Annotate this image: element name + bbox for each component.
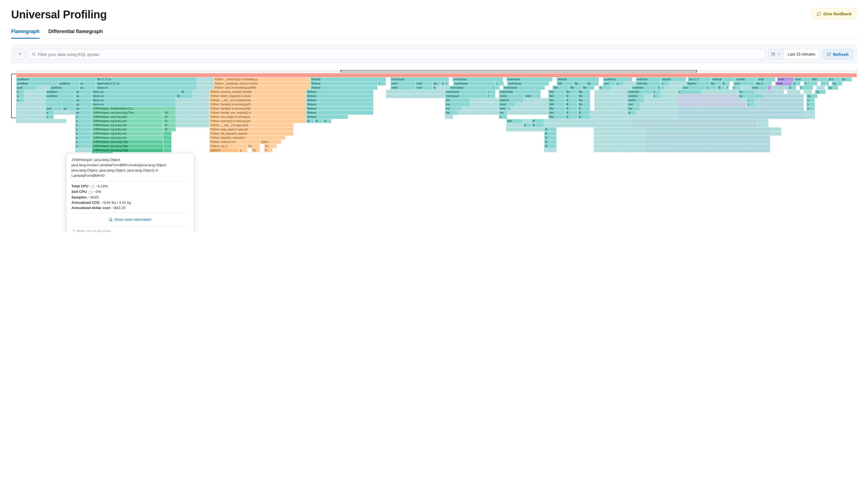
flame-frame[interactable] — [54, 111, 75, 115]
flame-frame[interactable] — [594, 127, 644, 131]
flame-frame[interactable] — [163, 140, 172, 144]
flame-frame[interactable]: au — [75, 98, 92, 102]
flame-frame[interactable] — [470, 102, 499, 106]
flame-frame[interactable]: Python: process_request_threadi — [209, 90, 306, 94]
flame-frame[interactable] — [176, 115, 210, 119]
flame-frame[interactable] — [176, 123, 210, 127]
flame-frame[interactable]: fi — [523, 123, 531, 127]
time-range-display[interactable]: Last 15 minutes — [783, 49, 819, 60]
flame-frame[interactable]: fil — [721, 82, 730, 86]
flame-frame[interactable]: n — [705, 86, 717, 90]
flame-frame[interactable]: Python: my_h — [209, 144, 247, 148]
flame-frame[interactable] — [768, 86, 771, 90]
flame-frame[interactable]: a — [75, 127, 92, 131]
flame-frame[interactable]: vmlin — [777, 77, 794, 82]
flame-frame[interactable]: n — [499, 115, 507, 119]
flame-frame[interactable]: k — [661, 82, 669, 86]
flame-frame[interactable]: libjvm.so — [92, 98, 176, 102]
flame-frame[interactable]: filet — [548, 90, 565, 94]
flame-frame[interactable]: fil — [544, 144, 557, 148]
flame-frame[interactable]: Python: run() in threading.py#865 — [214, 86, 311, 90]
flame-frame[interactable]: auditbea — [45, 94, 75, 98]
flame-frame[interactable]: auditbea — [58, 82, 79, 86]
flame-frame[interactable] — [516, 102, 548, 106]
flame-frame[interactable]: Python: handle() in serving.py#3 — [209, 102, 306, 106]
flame-frame[interactable]: a — [75, 119, 92, 123]
flame-frame[interactable]: fil — [565, 111, 578, 115]
filter-toggle-button[interactable] — [15, 49, 25, 60]
flame-frame[interactable]: filebeat — [306, 111, 373, 115]
flame-frame[interactable] — [678, 102, 747, 106]
flame-frame[interactable] — [176, 106, 210, 111]
flame-frame[interactable] — [386, 90, 445, 94]
flame-frame[interactable]: Python: execute() in serving.py# — [209, 119, 306, 123]
flame-frame[interactable]: lib — [176, 94, 193, 98]
flame-frame[interactable]: metricb — [627, 94, 644, 98]
flame-frame[interactable] — [524, 98, 548, 102]
flame-frame[interactable]: chrc — [682, 86, 706, 90]
flame-frame[interactable]: a — [75, 123, 92, 127]
flame-frame[interactable]: Python: route1() in h — [209, 140, 260, 144]
flame-frame[interactable]: file — [586, 82, 598, 86]
flame-frame[interactable]: r — [755, 94, 764, 98]
flame-frame[interactable]: a — [45, 111, 54, 115]
flame-frame[interactable] — [544, 123, 581, 127]
flame-frame[interactable]: fil — [717, 86, 726, 90]
flame-frame[interactable]: JVM/Hotspot: java.lang.Obje — [92, 140, 163, 144]
flame-frame[interactable] — [193, 98, 209, 102]
flame-frame[interactable] — [523, 119, 531, 123]
flame-frame[interactable]: metr — [499, 106, 511, 111]
flame-frame[interactable]: JVM/Hotspot: org.jruby.runt — [92, 131, 163, 136]
flame-frame[interactable] — [594, 140, 644, 144]
flame-frame[interactable]: kubelet — [661, 77, 686, 82]
flame-frame[interactable]: a — [16, 98, 25, 102]
flame-frame[interactable]: filebeat — [310, 77, 386, 82]
flame-frame[interactable] — [771, 86, 788, 90]
flamegraph-minimap[interactable] — [17, 70, 857, 72]
flame-frame[interactable] — [644, 98, 678, 102]
flame-frame[interactable]: filet — [506, 119, 523, 123]
flame-frame[interactable]: a — [75, 140, 92, 144]
flame-frame[interactable]: JVM/Hotspot: java.lang.Obje — [92, 144, 163, 148]
flame-frame[interactable]: auditbea — [16, 82, 58, 86]
flame-frame[interactable]: ng — [828, 86, 838, 90]
flame-frame[interactable]: filet — [552, 86, 569, 90]
flame-frame[interactable]: metricbe — [627, 90, 653, 94]
flame-frame[interactable]: libjvm.so — [92, 90, 180, 94]
flame-frame[interactable]: pf-h — [828, 77, 841, 82]
flame-frame[interactable]: metri — [794, 77, 810, 82]
flame-frame[interactable] — [644, 94, 653, 98]
flame-frame[interactable] — [163, 136, 172, 140]
flame-frame[interactable]: fil — [544, 140, 557, 144]
flame-frame[interactable] — [197, 86, 214, 90]
flame-frame[interactable]: metricbe — [631, 86, 657, 90]
flame-frame[interactable]: filet — [548, 106, 565, 111]
flame-frame[interactable] — [458, 111, 499, 115]
show-more-link[interactable]: Show more information — [71, 217, 189, 221]
flame-frame[interactable] — [661, 94, 678, 98]
flame-frame[interactable] — [506, 123, 523, 127]
flame-frame[interactable]: filebeat — [306, 106, 373, 111]
flame-frame[interactable]: metricbeat — [499, 90, 541, 94]
flame-frame[interactable]: m — [441, 82, 445, 86]
flame-frame[interactable] — [386, 94, 445, 98]
flame-frame[interactable] — [624, 82, 636, 86]
flame-frame[interactable]: me — [432, 82, 441, 86]
flame-frame[interactable] — [770, 131, 781, 136]
flame-frame[interactable]: filet — [548, 98, 565, 102]
flame-frame[interactable] — [804, 115, 815, 119]
flame-frame[interactable]: fil — [544, 131, 557, 136]
flame-frame[interactable]: JV — [163, 115, 176, 119]
flame-frame[interactable]: Python: __call__() in app.py#2 — [209, 123, 293, 127]
flame-frame[interactable] — [775, 90, 783, 94]
flame-frame[interactable]: contain — [735, 77, 757, 82]
flame-frame[interactable]: c — [732, 86, 741, 90]
flame-frame[interactable]: JVM/Hotspot: void org.jruby. — [92, 115, 163, 119]
flame-frame[interactable]: fileb — [811, 77, 828, 82]
flame-frame[interactable] — [506, 127, 544, 131]
flame-frame[interactable]: JVM/Hotspot: StubRoutines (1) ir — [92, 106, 176, 111]
flame-frame[interactable]: metricbeat — [390, 77, 449, 82]
flame-frame[interactable]: r — [487, 94, 495, 98]
flame-frame[interactable]: m — [627, 111, 636, 115]
flame-frame[interactable]: file — [578, 94, 590, 98]
